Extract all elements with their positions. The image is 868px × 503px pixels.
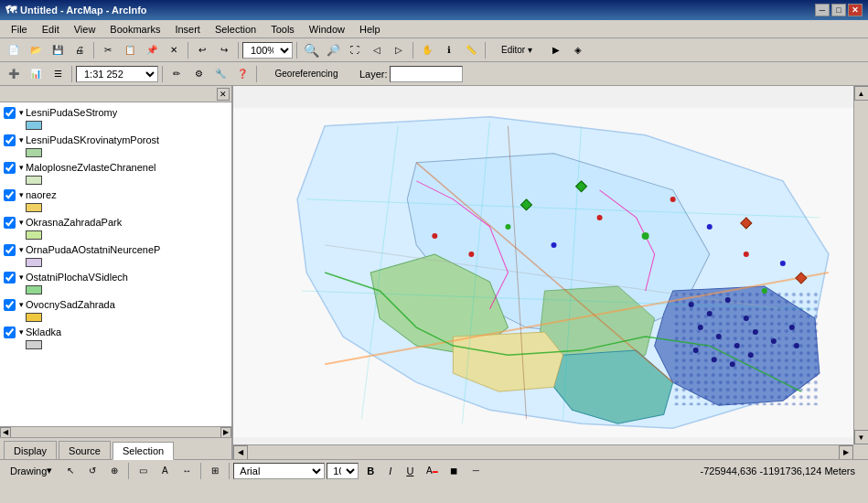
- toc-layer-skladka[interactable]: ▾Skladka: [0, 324, 231, 340]
- scroll-right-btn[interactable]: ▶: [839, 445, 853, 460]
- print-button[interactable]: 🖨: [70, 40, 90, 60]
- toc-expand-ovocny[interactable]: ▾: [19, 300, 24, 309]
- snap-btn[interactable]: ⚙: [188, 64, 209, 84]
- toc-layer-okrasna[interactable]: ▾OkrasnaZahradaPark: [0, 214, 231, 230]
- menu-item-window[interactable]: Window: [302, 22, 352, 37]
- toc-btn[interactable]: ☰: [48, 64, 68, 84]
- measure-btn[interactable]: 📏: [461, 40, 481, 60]
- paste-button[interactable]: 📌: [142, 40, 162, 60]
- toc-layer-lesni1[interactable]: ▾LesniPudaSeStromy: [0, 104, 231, 121]
- toc-swatch-lesni1[interactable]: [26, 121, 42, 130]
- toc-layer-lesni2[interactable]: ▾LesniPudaSKrovinatymPorost: [0, 132, 231, 148]
- close-button[interactable]: ✕: [848, 4, 863, 16]
- toc-close-button[interactable]: ✕: [217, 88, 230, 101]
- rect-tool-btn[interactable]: ▭: [133, 461, 153, 481]
- toc-expand-ostatni[interactable]: ▾: [19, 273, 24, 282]
- bold-btn[interactable]: B: [360, 463, 380, 479]
- toc-expand-malo[interactable]: ▾: [19, 163, 24, 172]
- zoom-select[interactable]: 100%: [242, 42, 293, 59]
- delete-button[interactable]: ✕: [164, 40, 184, 60]
- toc-expand-okrasna[interactable]: ▾: [19, 218, 24, 227]
- italic-btn[interactable]: I: [382, 463, 398, 479]
- scroll-down-btn[interactable]: ▼: [854, 430, 869, 444]
- menu-item-edit[interactable]: Edit: [35, 22, 67, 37]
- toc-checkbox-orna[interactable]: [4, 244, 16, 256]
- georef-btn[interactable]: Georeferencing: [261, 64, 352, 84]
- toc-tab-source[interactable]: Source: [59, 441, 111, 459]
- toc-layer-malo[interactable]: ▾MaloplosneZvlasteChranenel: [0, 159, 231, 176]
- add-data-btn[interactable]: ➕: [4, 64, 24, 84]
- toc-hscroll-track[interactable]: [11, 428, 220, 437]
- edit-btn2[interactable]: ✏: [166, 64, 187, 84]
- toc-swatch-lesni2[interactable]: [26, 148, 42, 157]
- text-btn[interactable]: A: [155, 461, 175, 481]
- redo-button[interactable]: ↪: [214, 40, 234, 60]
- help-btn2[interactable]: ❓: [232, 64, 252, 84]
- map-vscroll[interactable]: ▲ ▼: [853, 86, 868, 444]
- toc-swatch-malo[interactable]: [26, 176, 42, 185]
- font-size-select[interactable]: 10: [327, 463, 359, 479]
- scroll-vtrack[interactable]: [854, 101, 869, 430]
- map-area[interactable]: ▲ ▼ ◀ ▶: [233, 86, 868, 459]
- more-btn[interactable]: 🔧: [210, 64, 230, 84]
- rotate-btn[interactable]: ↺: [82, 461, 102, 481]
- toc-checkbox-okrasna[interactable]: [4, 217, 16, 229]
- toc-tab-selection[interactable]: Selection: [113, 442, 174, 460]
- scroll-left-btn[interactable]: ◀: [233, 445, 248, 460]
- save-button[interactable]: 💾: [48, 40, 68, 60]
- toc-checkbox-lesni1[interactable]: [4, 107, 16, 119]
- toc-checkbox-lesni2[interactable]: [4, 134, 16, 146]
- fill-color-btn[interactable]: ◼: [444, 461, 464, 481]
- toc-checkbox-ovocny[interactable]: [4, 299, 16, 311]
- line-color-btn[interactable]: ─: [466, 461, 486, 481]
- menu-item-view[interactable]: View: [67, 22, 103, 37]
- toc-swatch-orna[interactable]: [26, 258, 42, 267]
- toc-hscroll[interactable]: ◀ ▶: [0, 426, 231, 437]
- toc-layer-orna[interactable]: ▾OrnaPudaAOstatniNeurceneP: [0, 241, 231, 258]
- toc-swatch-ovocny[interactable]: [26, 313, 42, 322]
- pointer-btn[interactable]: ⊕: [104, 461, 124, 481]
- menu-item-tools[interactable]: Tools: [263, 22, 302, 37]
- identify-btn[interactable]: ℹ: [439, 40, 459, 60]
- toc-layer-ostatni[interactable]: ▾OstatniPlochaVSidlech: [0, 269, 231, 285]
- zoom-in-btn[interactable]: 🔍: [301, 40, 321, 60]
- toc-expand-naorez[interactable]: ▾: [19, 190, 24, 199]
- zoom-out-btn[interactable]: 🔎: [323, 40, 343, 60]
- toc-checkbox-skladka[interactable]: [4, 326, 16, 338]
- font-select[interactable]: Arial: [233, 463, 325, 479]
- toc-swatch-skladka[interactable]: [26, 340, 42, 349]
- menu-item-help[interactable]: Help: [352, 22, 388, 37]
- toc-content[interactable]: ▾LesniPudaSeStromy▾LesniPudaSKrovinatymP…: [0, 102, 231, 426]
- maximize-button[interactable]: □: [831, 4, 846, 16]
- zoom-prev-btn[interactable]: ◁: [367, 40, 387, 60]
- drawing-dropdown[interactable]: Drawing ▾: [4, 463, 59, 479]
- open-button[interactable]: 📂: [26, 40, 46, 60]
- scroll-up-btn[interactable]: ▲: [854, 86, 869, 101]
- full-extent-btn[interactable]: ⛶: [345, 40, 365, 60]
- menu-item-insert[interactable]: Insert: [167, 22, 208, 37]
- toc-tab-display[interactable]: Display: [4, 441, 57, 459]
- toc-left-arrow[interactable]: ◀: [0, 427, 11, 438]
- toc-swatch-ostatni[interactable]: [26, 285, 42, 294]
- toc-expand-orna[interactable]: ▾: [19, 245, 24, 254]
- toc-checkbox-ostatni[interactable]: [4, 272, 16, 284]
- menu-item-bookmarks[interactable]: Bookmarks: [102, 22, 167, 37]
- layout-btn[interactable]: 📊: [26, 64, 46, 84]
- menu-item-file[interactable]: File: [4, 22, 35, 37]
- map-hscroll[interactable]: ◀ ▶: [233, 444, 853, 459]
- underline-btn[interactable]: U: [400, 463, 420, 479]
- toc-checkbox-naorez[interactable]: [4, 189, 16, 201]
- toc-checkbox-malo[interactable]: [4, 162, 16, 174]
- toc-right-arrow[interactable]: ▶: [220, 427, 231, 438]
- layer-input[interactable]: [390, 66, 463, 82]
- select-tool-btn[interactable]: ↖: [60, 461, 80, 481]
- new-button[interactable]: 📄: [4, 40, 24, 60]
- edit-vertices[interactable]: ◈: [568, 40, 588, 60]
- toc-expand-skladka[interactable]: ▾: [19, 327, 24, 337]
- pan-btn[interactable]: ✋: [417, 40, 437, 60]
- edit-tool[interactable]: ▶: [546, 40, 566, 60]
- minimize-button[interactable]: ─: [815, 4, 830, 16]
- toc-swatch-okrasna[interactable]: [26, 230, 42, 240]
- editor-dropdown[interactable]: Editor ▾: [489, 40, 544, 60]
- cut-button[interactable]: ✂: [98, 40, 118, 60]
